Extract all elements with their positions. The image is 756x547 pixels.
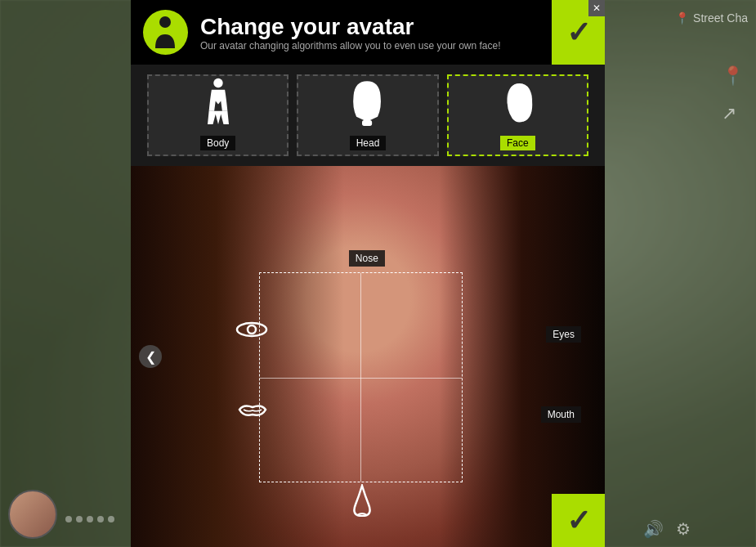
bottom-checkmark-icon: ✓ bbox=[566, 504, 591, 538]
avatar-modal: Change your avatar Our avatar changing a… bbox=[131, 0, 605, 547]
crosshair-horizontal bbox=[260, 378, 462, 379]
modal-header: Change your avatar Our avatar changing a… bbox=[131, 0, 605, 65]
mouth-feature-icon[interactable] bbox=[235, 398, 270, 424]
svg-point-0 bbox=[159, 16, 171, 28]
location-sidebar-icon[interactable]: 📍 bbox=[722, 65, 744, 87]
nav-back-button[interactable]: ❮ bbox=[139, 345, 162, 368]
body-tab-label: Body bbox=[200, 136, 235, 150]
location-icon: 📍 bbox=[675, 11, 689, 25]
head-tab-label: Head bbox=[350, 136, 387, 150]
nose-feature-icon[interactable] bbox=[349, 484, 375, 520]
pagination-dots bbox=[65, 516, 114, 522]
lips-svg bbox=[235, 401, 270, 419]
body-svg bbox=[202, 78, 235, 131]
modal-subtitle: Our avatar changing algorithms allow you… bbox=[200, 40, 501, 52]
body-tab-icon bbox=[202, 76, 235, 132]
header-checkmark-icon: ✓ bbox=[566, 16, 591, 50]
head-tab-icon bbox=[345, 76, 390, 132]
nose-label-text: Nose bbox=[356, 253, 378, 264]
category-tab-face[interactable]: Face bbox=[447, 74, 588, 156]
category-tabs: Body Head Face bbox=[131, 65, 605, 166]
volume-icon[interactable]: 🔊 bbox=[643, 519, 664, 539]
settings-icon[interactable]: ⚙ bbox=[676, 519, 691, 539]
bottom-controls: 🔊 ⚙ bbox=[643, 519, 691, 539]
bottom-confirm-button[interactable]: ✓ bbox=[552, 494, 605, 547]
eyes-label-text: Eyes bbox=[552, 329, 575, 340]
close-icon: ✕ bbox=[593, 2, 601, 14]
person-svg-icon bbox=[151, 14, 180, 51]
share-sidebar-icon[interactable]: ↗ bbox=[722, 103, 744, 124]
dot-1 bbox=[65, 516, 72, 522]
svg-point-5 bbox=[248, 325, 256, 334]
right-sidebar: 📍 ↗ bbox=[722, 65, 744, 124]
svg-rect-2 bbox=[362, 120, 372, 126]
category-tab-body[interactable]: Body bbox=[147, 74, 289, 156]
face-tab-icon bbox=[495, 76, 540, 132]
dot-4 bbox=[97, 516, 104, 522]
nose-svg bbox=[349, 484, 375, 517]
street-text: Street Cha bbox=[693, 11, 748, 25]
face-svg bbox=[495, 78, 540, 131]
face-tab-label: Face bbox=[500, 136, 535, 150]
eye-feature-icon[interactable] bbox=[235, 318, 268, 344]
hair-overlay-right bbox=[439, 166, 605, 547]
avatar-header-icon bbox=[143, 10, 188, 55]
category-tab-head[interactable]: Head bbox=[297, 74, 438, 156]
close-button[interactable]: ✕ bbox=[588, 0, 605, 16]
svg-point-1 bbox=[213, 78, 222, 87]
avatar-thumbnail bbox=[8, 490, 57, 539]
header-text-block: Change your avatar Our avatar changing a… bbox=[200, 14, 501, 52]
street-label: 📍 Street Cha bbox=[675, 11, 748, 25]
back-arrow-icon: ❮ bbox=[145, 349, 156, 365]
dot-2 bbox=[76, 516, 83, 522]
dot-5 bbox=[108, 516, 114, 522]
face-editor: ❮ Nose Eyes bbox=[131, 166, 605, 547]
dot-3 bbox=[87, 516, 93, 522]
mouth-label[interactable]: Mouth bbox=[541, 406, 581, 423]
mouth-label-text: Mouth bbox=[548, 409, 575, 420]
eyes-label[interactable]: Eyes bbox=[546, 326, 581, 343]
nose-label[interactable]: Nose bbox=[349, 250, 385, 267]
modal-title: Change your avatar bbox=[200, 14, 501, 40]
head-svg bbox=[345, 78, 390, 131]
face-selection-box bbox=[259, 272, 463, 482]
eye-svg bbox=[235, 321, 268, 339]
